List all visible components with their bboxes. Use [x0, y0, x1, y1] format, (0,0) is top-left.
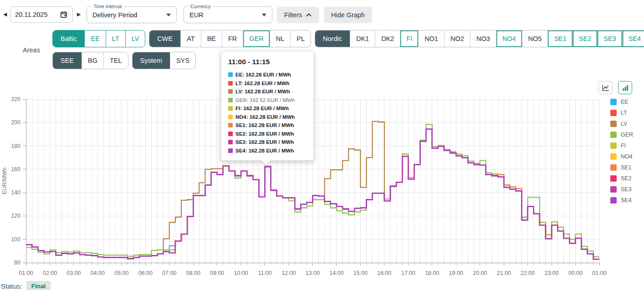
area-button-se2[interactable]: SE2 — [572, 31, 597, 47]
tooltip-row-no4: NO4: 162.28 EUR / MWh — [228, 113, 307, 122]
legend-item-ee[interactable]: EE — [610, 99, 633, 105]
area-button-tel[interactable]: TEL — [103, 52, 128, 69]
tooltip-row-text: NO4: 162.28 EUR / MWh — [235, 114, 295, 120]
svg-text:04:00: 04:00 — [91, 270, 105, 276]
area-button-no1[interactable]: NO1 — [418, 31, 444, 47]
area-button-ger[interactable]: GER — [243, 31, 269, 47]
legend-item-label: SE3 — [621, 186, 632, 193]
area-button-dk1[interactable]: DK1 — [350, 31, 375, 47]
filters-button[interactable]: Filters — [277, 7, 319, 23]
line-chart-toggle-button[interactable] — [598, 81, 613, 94]
series-swatch-icon — [610, 164, 617, 171]
series-swatch-icon — [610, 121, 617, 127]
date-input[interactable]: 20.11.2025 — [10, 6, 73, 23]
tooltip-title: 11:00 - 11:15 — [228, 58, 307, 66]
area-button-lv[interactable]: LV — [125, 31, 145, 47]
legend-item-se1[interactable]: SE1 — [610, 164, 633, 171]
area-button-se3[interactable]: SE3 — [597, 31, 622, 47]
svg-text:19:00: 19:00 — [449, 270, 463, 276]
area-button-no3[interactable]: NO3 — [470, 31, 496, 47]
svg-text:140: 140 — [11, 189, 20, 196]
svg-text:01:00: 01:00 — [592, 270, 606, 276]
legend-item-label: SE2 — [621, 175, 632, 182]
hide-graph-button-label: Hide Graph — [331, 11, 365, 19]
svg-text:12:00: 12:00 — [281, 270, 296, 276]
svg-text:15:00: 15:00 — [353, 270, 368, 276]
calendar-icon[interactable] — [60, 10, 68, 19]
series-swatch-icon — [228, 140, 233, 144]
area-button-at[interactable]: AT — [180, 31, 200, 47]
hide-graph-button[interactable]: Hide Graph — [324, 7, 372, 23]
area-button-dk2[interactable]: DK2 — [375, 31, 400, 47]
legend-item-label: NO4 — [621, 153, 633, 160]
legend-item-label: FI — [621, 142, 626, 149]
series-swatch-icon — [610, 186, 617, 193]
area-group-cwe: CWEATBEFRGERNLPL — [149, 30, 311, 47]
svg-text:16:00: 16:00 — [377, 270, 391, 276]
svg-text:220: 220 — [11, 96, 20, 102]
price-chart[interactable]: 8010012014016018020022001:0002:0003:0004… — [0, 77, 644, 288]
series-swatch-icon — [610, 175, 617, 182]
currency-select[interactable]: Currency EUR — [184, 6, 272, 23]
prev-day-arrow-icon[interactable]: ◀ — [3, 12, 7, 17]
area-button-se1[interactable]: SE1 — [547, 31, 572, 47]
area-group-button-nordic[interactable]: Nordic — [315, 31, 350, 47]
area-button-fi[interactable]: FI — [400, 31, 418, 47]
area-group-button-system[interactable]: System — [133, 52, 170, 69]
legend-item-lv[interactable]: LV — [610, 121, 633, 127]
svg-text:02:00: 02:00 — [43, 270, 57, 276]
app-root: ◀ 20.11.2025 ▶ Time interval Delivery Pe… — [0, 0, 644, 290]
series-swatch-icon — [228, 81, 233, 86]
legend-item-se3[interactable]: SE3 — [610, 186, 633, 193]
area-button-ee[interactable]: EE — [84, 31, 105, 47]
area-group-button-see[interactable]: SEE — [53, 52, 82, 69]
legend-item-no4[interactable]: NO4 — [610, 153, 633, 160]
legend-item-fi[interactable]: FI — [610, 142, 633, 149]
legend-item-se2[interactable]: SE2 — [610, 175, 633, 182]
status-label: Status: — [1, 281, 22, 290]
tooltip-row-text: SE3: 162.28 EUR / MWh — [235, 139, 294, 145]
area-button-fr[interactable]: FR — [222, 31, 243, 47]
time-interval-value: Delivery Period — [92, 11, 163, 19]
series-swatch-icon — [228, 115, 233, 119]
next-day-arrow-icon[interactable]: ▶ — [77, 12, 81, 17]
svg-text:09:00: 09:00 — [210, 270, 224, 276]
area-button-pl[interactable]: PL — [290, 31, 311, 47]
svg-text:100: 100 — [11, 236, 20, 243]
tooltip-row-text: LT: 162.28 EUR / MWh — [235, 81, 290, 86]
tooltip-row-se3: SE3: 162.28 EUR / MWh — [228, 138, 307, 147]
area-button-no5[interactable]: NO5 — [522, 31, 548, 47]
area-button-nl[interactable]: NL — [270, 31, 291, 47]
svg-text:18:00: 18:00 — [425, 270, 439, 276]
area-button-no4[interactable]: NO4 — [496, 31, 522, 47]
svg-text:20:00: 20:00 — [473, 270, 487, 276]
area-button-sys[interactable]: SYS — [170, 52, 195, 69]
area-button-bg[interactable]: BG — [82, 52, 103, 69]
area-group-baltic: BalticEELTLV — [52, 30, 145, 47]
area-button-be[interactable]: BE — [201, 31, 222, 47]
tooltip-row-lv: LV: 162.28 EUR / MWh — [228, 87, 307, 96]
series-swatch-icon — [610, 197, 617, 204]
tooltip-row-ger: GER: 162.52 EUR / MWh — [228, 96, 307, 105]
area-group-button-baltic[interactable]: Baltic — [53, 31, 84, 47]
area-button-lt[interactable]: LT — [106, 31, 125, 47]
tooltip-row-lt: LT: 162.28 EUR / MWh — [228, 79, 307, 88]
svg-text:05:00: 05:00 — [114, 270, 128, 276]
time-interval-select[interactable]: Time interval Delivery Period — [87, 6, 177, 23]
area-button-no2[interactable]: NO2 — [444, 31, 470, 47]
areas-row-1: BalticEELTLVCWEATBEFRGERNLPLNordicDK1DK2… — [52, 30, 644, 47]
svg-text:08:00: 08:00 — [186, 270, 200, 276]
svg-text:80: 80 — [14, 259, 20, 266]
legend-item-label: LV — [621, 121, 627, 127]
area-group-system: SystemSYS — [132, 52, 196, 69]
svg-text:21:00: 21:00 — [497, 270, 511, 276]
legend-item-lt[interactable]: LT — [610, 110, 633, 116]
legend-item-se4[interactable]: SE4 — [610, 197, 633, 204]
area-group-button-cwe[interactable]: CWE — [149, 31, 180, 47]
svg-text:11:00: 11:00 — [258, 270, 271, 276]
svg-text:160: 160 — [11, 166, 20, 173]
area-button-se4[interactable]: SE4 — [622, 31, 644, 47]
legend-item-ger[interactable]: GER — [610, 132, 633, 138]
tooltip-row-se1: SE1: 162.28 EUR / MWh — [228, 121, 307, 130]
bar-chart-toggle-button[interactable] — [618, 81, 632, 94]
